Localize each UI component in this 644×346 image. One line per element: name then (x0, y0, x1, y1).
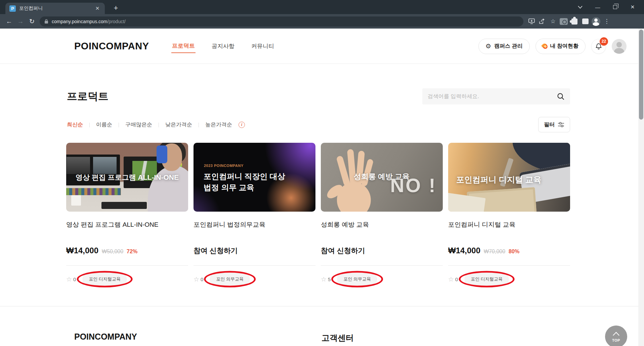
favorite-count: 0 (455, 276, 458, 282)
bookmark-star-icon[interactable]: ☆ (548, 16, 558, 27)
price-row: ₩14,000 ₩50,000 72% (66, 246, 188, 256)
site-header: POINCOMPANY 프로덕트 공지사항 커뮤니티 ⚙ 캠퍼스 관리 내 참여… (0, 29, 638, 64)
apply-cta: 참여 신청하기 (321, 246, 365, 255)
product-card[interactable]: 영상 편집 프로그램 ALL-IN-ONE 영상 편집 프로그램 ALL-IN-… (66, 143, 188, 288)
camera-extension-icon[interactable] (558, 16, 569, 27)
footer-customer-center: 고객센터 (321, 333, 354, 343)
category-badge-wrap: 포인 디지털교육 (83, 273, 127, 285)
campus-manage-button[interactable]: ⚙ 캠퍼스 관리 (478, 39, 530, 54)
my-participation-button[interactable]: 내 참여현황 (535, 39, 586, 54)
notification-button[interactable]: 22 (591, 39, 606, 54)
price: ₩14,000 (448, 246, 480, 255)
window-controls: — ✕ (571, 0, 641, 14)
sort-price-low[interactable]: 낮은가격순 (165, 121, 192, 128)
category-badge[interactable]: 포인 디지털교육 (83, 273, 127, 285)
category-badge[interactable]: 포인 의무교육 (337, 273, 377, 285)
new-tab-button[interactable]: + (111, 3, 121, 13)
sort-bestselling[interactable]: 구매많은순 (125, 121, 152, 128)
discount-rate: 72% (127, 249, 137, 255)
category-badge[interactable]: 포인 디지털교육 (465, 273, 509, 285)
lock-icon (44, 19, 48, 24)
tab-search-chevron-icon[interactable] (571, 0, 589, 14)
site-favicon: P (9, 5, 16, 12)
main-nav: 프로덕트 공지사항 커뮤니티 (171, 29, 275, 64)
window-restore-button[interactable] (606, 0, 624, 14)
divider (119, 123, 119, 127)
search-icon[interactable] (557, 92, 565, 100)
nav-item-community[interactable]: 커뮤니티 (251, 40, 275, 53)
category-badge[interactable]: 포인 의무교육 (210, 273, 250, 285)
nav-item-notice[interactable]: 공지사항 (211, 40, 235, 53)
url-path: /product/ (107, 19, 125, 24)
page-scrollbar[interactable] (638, 29, 644, 346)
divider (448, 265, 570, 266)
sort-name[interactable]: 이름순 (96, 121, 112, 128)
browser-window: P 포인컴퍼니 ✕ + — ✕ ← → ↻ company.poincampus… (0, 0, 644, 346)
price-row: 참여 신청하기 (194, 246, 315, 256)
browser-menu-icon[interactable]: ⋮ (601, 16, 612, 27)
info-icon[interactable]: i (239, 122, 245, 128)
product-thumbnail[interactable]: 2023 POINCOMPANY 포인컴퍼니 직장인 대상 법정 의무 교육 (194, 143, 315, 212)
favorite-star-icon[interactable]: ☆ (66, 275, 72, 283)
sort-options: 최신순 이름순 구매많은순 낮은가격순 높은가격순 i (67, 121, 245, 128)
favorite-star-icon[interactable]: ☆ (448, 275, 454, 283)
scrollbar-thumb[interactable] (639, 30, 643, 120)
address-bar[interactable]: company.poincampus.com/product/ (40, 16, 523, 27)
price-row: 참여 신청하기 (321, 246, 443, 256)
nav-item-product[interactable]: 프로덕트 (171, 39, 196, 53)
product-thumbnail[interactable]: 영상 편집 프로그램 ALL-IN-ONE (66, 143, 188, 212)
footer-divider (0, 306, 638, 306)
favorite-count: 0 (201, 276, 203, 282)
scroll-top-button[interactable]: TOP (605, 326, 627, 346)
card-footer: ☆ 5 포인 의무교육 (321, 271, 443, 288)
site-logo[interactable]: POINCOMPANY (74, 41, 149, 52)
side-panel-icon[interactable] (580, 16, 591, 27)
divider (89, 123, 90, 127)
card-footer: ☆ 0 포인 의무교육 (194, 271, 315, 288)
category-badge-wrap: 포인 디지털교육 (465, 273, 509, 285)
product-title[interactable]: 영상 편집 프로그램 ALL-IN-ONE (66, 220, 188, 229)
window-minimize-button[interactable]: — (589, 0, 606, 14)
thumbnail-no-text: NO ! (390, 176, 436, 195)
browser-tab[interactable]: P 포인컴퍼니 ✕ (5, 3, 105, 14)
card-footer: ☆ 0 포인 디지털교육 (66, 271, 188, 288)
my-participation-label: 내 참여현황 (550, 43, 578, 50)
apply-cta: 참여 신청하기 (194, 246, 238, 255)
product-title[interactable]: 성희롱 예방 교육 (321, 220, 443, 229)
thumbnail-caption: 포인컴퍼니 직장인 대상 (204, 171, 285, 182)
product-card[interactable]: 성희롱 예방 교육 NO ! 성희롱 예방 교육 참여 신청하기 ☆ 5 포인 … (321, 143, 443, 288)
notification-badge: 22 (600, 37, 608, 46)
sort-price-high[interactable]: 높은가격순 (205, 121, 232, 128)
profile-avatar-icon[interactable] (591, 16, 601, 27)
product-thumbnail[interactable]: 성희롱 예방 교육 NO ! (321, 143, 443, 212)
favorite-star-icon[interactable]: ☆ (194, 275, 199, 283)
product-card[interactable]: 포인컴퍼니 디지털 교육 포인컴퍼니 디지털 교육 ₩14,000 ₩70,00… (448, 143, 570, 288)
user-avatar[interactable] (612, 39, 627, 54)
favorite-count: 5 (328, 276, 331, 282)
forward-icon[interactable]: → (15, 16, 26, 27)
browser-toolbar: ← → ↻ company.poincampus.com/product/ ☆ (0, 14, 644, 29)
header-actions: ⚙ 캠퍼스 관리 내 참여현황 22 (478, 29, 627, 64)
sort-latest[interactable]: 최신순 (67, 121, 83, 128)
product-thumbnail[interactable]: 포인컴퍼니 디지털 교육 (448, 143, 570, 212)
divider (159, 123, 159, 127)
divider (66, 265, 188, 266)
extensions-puzzle-icon[interactable] (569, 16, 580, 27)
price-row: ₩14,000 ₩70,000 80% (448, 246, 570, 256)
favorite-star-icon[interactable]: ☆ (321, 275, 327, 283)
product-title[interactable]: 포인컴퍼니 디지털 교육 (448, 220, 570, 229)
product-card[interactable]: 2023 POINCOMPANY 포인컴퍼니 직장인 대상 법정 의무 교육 포… (194, 143, 315, 288)
search-input[interactable] (428, 93, 557, 99)
tab-close-icon[interactable]: ✕ (94, 5, 101, 12)
install-icon[interactable] (526, 16, 537, 27)
share-icon[interactable] (537, 16, 548, 27)
filter-button[interactable]: 필터 (538, 117, 570, 132)
back-icon[interactable]: ← (3, 16, 15, 27)
footer-logo: POINCOMPANY (74, 332, 137, 342)
reload-icon[interactable]: ↻ (26, 16, 38, 27)
product-title[interactable]: 포인컴퍼니 법정의무교육 (194, 220, 315, 229)
browser-tabstrip: P 포인컴퍼니 ✕ + — ✕ (0, 0, 644, 14)
product-grid: 영상 편집 프로그램 ALL-IN-ONE 영상 편집 프로그램 ALL-IN-… (66, 143, 570, 288)
window-close-button[interactable]: ✕ (624, 0, 641, 14)
search-box (422, 88, 570, 104)
